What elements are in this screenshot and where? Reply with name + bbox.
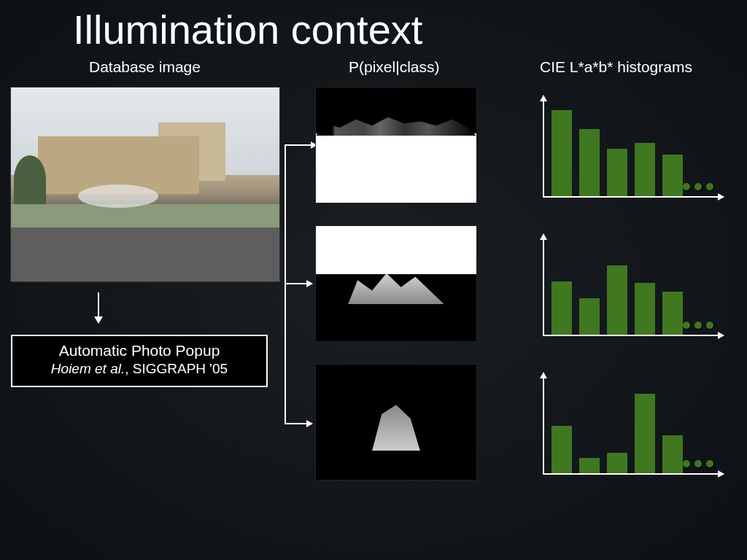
histogram-bar bbox=[579, 129, 600, 196]
dot-icon bbox=[706, 183, 713, 190]
dot-icon bbox=[694, 460, 702, 467]
histogram-bar bbox=[607, 453, 627, 473]
axis-x-icon bbox=[543, 196, 724, 198]
histogram-bar bbox=[662, 292, 683, 335]
dot-icon bbox=[683, 460, 690, 467]
ellipsis-icon bbox=[683, 183, 713, 190]
histogram-bar bbox=[635, 394, 655, 473]
flow-connector-bottom bbox=[285, 363, 312, 424]
dot-icon bbox=[694, 183, 702, 190]
histogram-bar bbox=[579, 458, 600, 473]
axis-x-icon bbox=[543, 473, 724, 475]
histogram-bars bbox=[551, 240, 683, 335]
histogram-bar bbox=[551, 281, 572, 335]
dot-icon bbox=[683, 183, 690, 190]
histogram-vertical bbox=[538, 228, 728, 345]
axis-y-icon bbox=[543, 373, 544, 475]
histogram-bars bbox=[551, 101, 683, 196]
label-histograms: CIE L*a*b* histograms bbox=[540, 58, 692, 76]
histogram-bar bbox=[551, 426, 572, 473]
paper-venue: , SIGGRAPH '05 bbox=[125, 361, 228, 376]
flow-connector-mid bbox=[285, 283, 312, 284]
histogram-bars bbox=[551, 378, 683, 473]
axis-y-icon bbox=[543, 96, 544, 198]
slide-title: Illumination context bbox=[73, 6, 422, 53]
paper-authors: Hoiem et al. bbox=[51, 361, 125, 376]
histogram-bar bbox=[635, 283, 655, 335]
dot-icon bbox=[706, 460, 713, 467]
paper-title: Automatic Photo Popup bbox=[12, 342, 266, 359]
dot-icon bbox=[683, 322, 690, 329]
histogram-bar bbox=[607, 265, 627, 335]
histogram-bar bbox=[579, 298, 600, 335]
database-photo bbox=[10, 87, 280, 282]
histogram-bar bbox=[662, 155, 683, 196]
arrow-down-icon bbox=[98, 292, 99, 323]
paper-authors-venue: Hoiem et al., SIGGRAPH '05 bbox=[12, 361, 266, 377]
histogram-bar bbox=[607, 149, 627, 196]
label-database-image: Database image bbox=[89, 58, 201, 76]
histogram-sky bbox=[538, 367, 728, 483]
axis-y-icon bbox=[543, 234, 544, 336]
ellipsis-icon bbox=[683, 460, 713, 467]
paper-reference-box: Automatic Photo Popup Hoiem et al., SIGG… bbox=[11, 335, 268, 387]
probability-map-sky bbox=[315, 364, 477, 481]
flow-connector-top bbox=[285, 144, 312, 363]
label-p-pixel-class: P(pixel|class) bbox=[349, 58, 439, 76]
probability-map-vertical bbox=[315, 225, 477, 342]
ellipsis-icon bbox=[683, 322, 713, 329]
histogram-bar bbox=[635, 143, 655, 196]
dot-icon bbox=[694, 322, 702, 329]
histogram-bar bbox=[662, 435, 683, 473]
histogram-bar bbox=[551, 110, 572, 196]
dot-icon bbox=[706, 322, 713, 329]
probability-map-ground bbox=[315, 87, 477, 203]
axis-x-icon bbox=[543, 335, 724, 336]
histogram-ground bbox=[538, 90, 728, 206]
